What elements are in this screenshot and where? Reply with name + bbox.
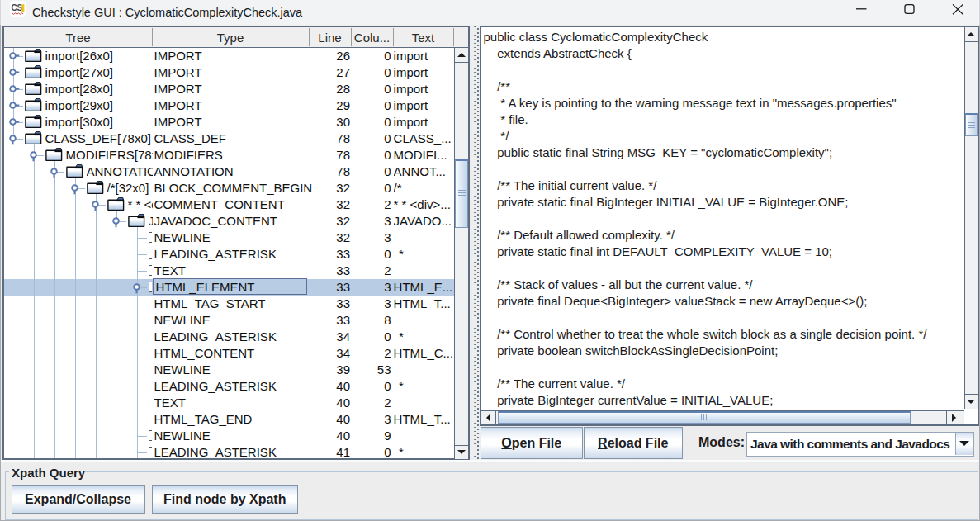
svg-text:CS: CS (12, 3, 23, 12)
